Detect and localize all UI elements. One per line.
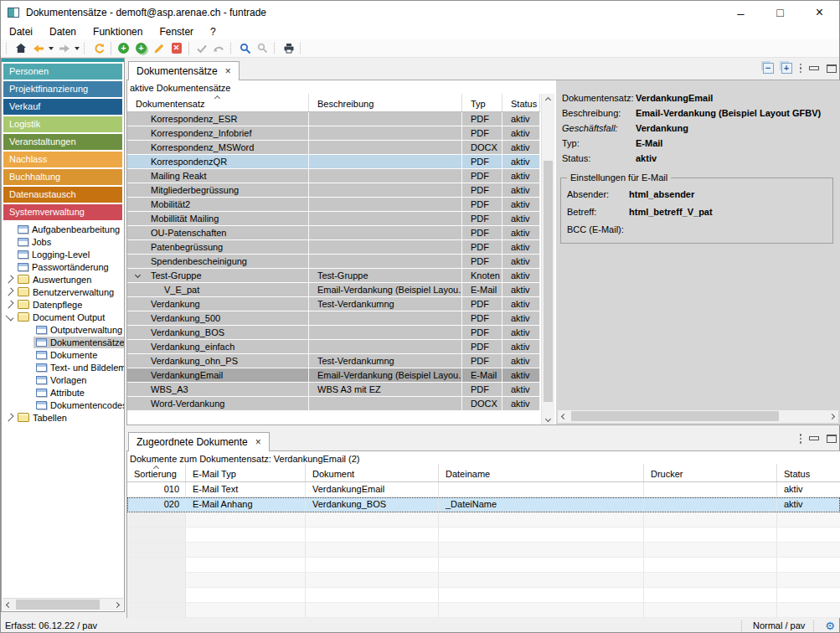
tree-item-benutzerverwaltung[interactable]: Benutzerverwaltung bbox=[2, 286, 124, 298]
tab-zugeordnete-dokumente[interactable]: Zugeordnete Dokumente × bbox=[128, 432, 270, 451]
table-row[interactable]: MitgliederbegrüssungPDFaktiv bbox=[127, 183, 540, 198]
tree-item-text-und-bildeleme[interactable]: Text- und Bildeleme bbox=[2, 361, 124, 373]
table-row[interactable]: Korrespondenz_ESRPDFaktiv bbox=[127, 112, 540, 126]
sidebar-module-verkauf[interactable]: Verkauf bbox=[3, 99, 122, 115]
tree-item-jobs[interactable]: Jobs bbox=[2, 235, 124, 248]
tree-item-aufgabenbearbeitung[interactable]: Aufgabenbearbeitung bbox=[2, 223, 124, 235]
refresh-button[interactable] bbox=[90, 40, 107, 56]
back-button[interactable] bbox=[29, 40, 47, 56]
sidebar-module-personen[interactable]: Personen bbox=[3, 64, 122, 80]
table-row[interactable]: VerdankungTest-VerdankumngPDFaktiv bbox=[127, 297, 540, 311]
sidebar-module-veranstaltungen[interactable]: Veranstaltungen bbox=[3, 134, 122, 150]
undo-button[interactable] bbox=[210, 40, 228, 56]
chevron-right-icon[interactable] bbox=[6, 301, 14, 309]
edit-button[interactable] bbox=[150, 40, 167, 56]
table-row[interactable]: Mobilität2PDFaktiv bbox=[127, 198, 540, 212]
tab-close-icon[interactable]: × bbox=[255, 436, 261, 448]
tree-item-logging-level[interactable]: Logging-Level bbox=[2, 248, 124, 260]
sidebar-module-projektfinanzierung[interactable]: Projektfinanzierung bbox=[3, 81, 122, 97]
table-row[interactable]: Verdankung_ohn_PSTest-VerdankumngPDFakti… bbox=[127, 354, 540, 368]
sidebar-module-nachlass[interactable]: Nachlass bbox=[3, 152, 122, 167]
tree-item-document-output[interactable]: Document Output bbox=[2, 311, 124, 323]
column-header-dokument[interactable]: Dokument bbox=[306, 464, 439, 481]
tree-item-attribute[interactable]: Attribute bbox=[2, 386, 124, 399]
column-header-drucker[interactable]: Drucker bbox=[644, 464, 777, 481]
sidebar-module-logistik[interactable]: Logistik bbox=[3, 116, 122, 132]
delete-button[interactable]: ✕ bbox=[167, 40, 185, 56]
assigned-table-row[interactable]: 010E-Mail TextVerdankungEmailaktiv bbox=[127, 482, 840, 497]
table-row[interactable]: Mailing ReaktPDFaktiv bbox=[127, 169, 540, 183]
documents-vertical-scrollbar[interactable] bbox=[541, 94, 554, 425]
table-row[interactable]: Test-GruppeTest-GruppeKnotenaktiv bbox=[127, 269, 540, 283]
scroll-down-arrow-icon[interactable] bbox=[542, 413, 554, 425]
scrollbar-thumb[interactable] bbox=[16, 600, 100, 610]
column-header-dateiname[interactable]: Dateiname bbox=[439, 464, 644, 481]
back-dropdown-caret[interactable] bbox=[49, 47, 54, 50]
chevron-right-icon[interactable] bbox=[6, 275, 14, 284]
table-row[interactable]: KorrespondenzQRPDFaktiv bbox=[127, 155, 540, 169]
sidebar-module-datenaustausch[interactable]: Datenaustausch bbox=[3, 187, 122, 203]
menu-item-funktionen[interactable]: Funktionen bbox=[85, 26, 151, 38]
chevron-right-icon[interactable] bbox=[6, 288, 14, 296]
table-row[interactable]: Mobillität MailingPDFaktiv bbox=[127, 212, 540, 226]
sidebar-horizontal-scrollbar[interactable] bbox=[3, 598, 123, 610]
window-minimize-button[interactable] bbox=[721, 1, 760, 24]
tree-item-dokumente[interactable]: Dokumente bbox=[2, 348, 124, 361]
kebab-menu-icon[interactable] bbox=[800, 64, 802, 74]
kebab-menu-icon[interactable] bbox=[800, 434, 802, 444]
table-row[interactable]: V_E_patEmail-Verdankung (Beispiel Layou.… bbox=[127, 283, 540, 297]
table-row[interactable]: WBS_A3WBS A3 mit EZPDFaktiv bbox=[127, 383, 540, 397]
sidebar-module-systemverwaltung[interactable]: Systemverwaltung bbox=[3, 204, 122, 220]
scroll-left-arrow-icon[interactable] bbox=[3, 599, 15, 610]
column-header-dokumentensatz[interactable]: Dokumentensatz bbox=[127, 94, 309, 111]
menu-item-datei[interactable]: Datei bbox=[1, 26, 41, 38]
confirm-button[interactable] bbox=[193, 40, 210, 56]
tree-item-dokumentencodes[interactable]: Dokumentencodes bbox=[2, 399, 124, 411]
window-close-button[interactable] bbox=[800, 1, 839, 24]
table-row[interactable]: Korrespondenz_MSWordDOCXaktiv bbox=[127, 141, 540, 155]
assigned-table-row[interactable]: 020E-Mail AnhangVerdankung_BOS_DateiName… bbox=[127, 497, 840, 512]
maximize-panel-icon[interactable] bbox=[827, 64, 837, 73]
table-row[interactable]: Korrespondenz_InfobriefPDFaktiv bbox=[127, 126, 540, 141]
tree-item-passwort-nderung[interactable]: Passwortänderung bbox=[2, 260, 124, 273]
tab-close-icon[interactable]: × bbox=[225, 65, 231, 77]
print-button[interactable] bbox=[280, 40, 297, 56]
scroll-up-arrow-icon[interactable] bbox=[542, 94, 554, 106]
tree-item-datenpflege[interactable]: Datenpflege bbox=[2, 298, 124, 311]
menu-item-fenster[interactable]: Fenster bbox=[151, 26, 202, 38]
scroll-left-arrow-icon[interactable] bbox=[558, 410, 570, 422]
column-header-typ[interactable]: Typ bbox=[462, 94, 502, 111]
minimize-panel-icon[interactable] bbox=[809, 436, 819, 440]
table-row[interactable]: PatenbegrüssungPDFaktiv bbox=[127, 240, 540, 255]
menu-item-[interactable]: ? bbox=[202, 26, 224, 38]
column-header-beschreibung[interactable]: Beschreibung bbox=[309, 94, 462, 111]
home-button[interactable] bbox=[12, 40, 29, 56]
column-header-e-mail-typ[interactable]: E-Mail Typ bbox=[186, 464, 306, 481]
tab-dokumentensaetze[interactable]: Dokumentensätze × bbox=[128, 61, 240, 80]
gear-icon[interactable]: ⚙ bbox=[825, 620, 835, 631]
table-row[interactable]: Verdankung_500PDFaktiv bbox=[127, 311, 540, 326]
table-row[interactable]: Word-VerdankungDOCXaktiv bbox=[127, 397, 540, 411]
search-button[interactable] bbox=[236, 40, 254, 56]
table-row[interactable]: SpendenbescheinigungPDFaktiv bbox=[127, 255, 540, 269]
column-header-sortierung[interactable]: Sortierung bbox=[127, 464, 186, 481]
maximize-panel-icon[interactable] bbox=[827, 435, 837, 443]
expand-all-icon[interactable]: + bbox=[781, 63, 792, 74]
add-button[interactable]: + bbox=[115, 40, 132, 56]
menu-item-daten[interactable]: Daten bbox=[41, 26, 85, 38]
add-copy-button[interactable]: + bbox=[132, 40, 150, 56]
chevron-right-icon[interactable] bbox=[6, 414, 14, 422]
column-header-status[interactable]: Status bbox=[502, 94, 540, 111]
scroll-right-arrow-icon[interactable] bbox=[111, 599, 123, 610]
sidebar-module-buchhaltung[interactable]: Buchhaltung bbox=[3, 169, 122, 185]
details-horizontal-scrollbar[interactable] bbox=[558, 410, 838, 423]
window-maximize-button[interactable] bbox=[760, 1, 800, 24]
forward-dropdown-caret[interactable] bbox=[75, 47, 80, 50]
scrollbar-thumb[interactable] bbox=[544, 161, 553, 402]
column-header-status[interactable]: Status bbox=[777, 464, 840, 481]
tree-item-tabellen[interactable]: Tabellen bbox=[2, 411, 124, 424]
table-row[interactable]: Verdankung_BOSPDFaktiv bbox=[127, 326, 540, 340]
scrollbar-thumb[interactable] bbox=[571, 411, 779, 421]
tree-item-auswertungen[interactable]: Auswertungen bbox=[2, 273, 124, 286]
collapse-all-icon[interactable]: − bbox=[763, 63, 774, 74]
